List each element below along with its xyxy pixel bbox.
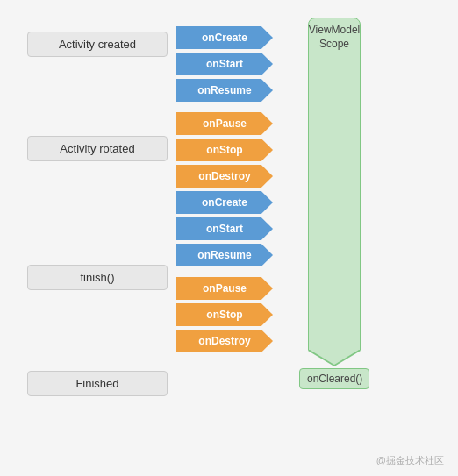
left-labels: Activity created Activity rotated finish… xyxy=(27,18,168,396)
arrow-ondestroy2: onDestroy xyxy=(176,330,273,352)
arrow-onresume1: onResume xyxy=(176,79,273,102)
oncleared-btn: onCleared() xyxy=(299,368,369,389)
diagram-container: Activity created Activity rotated finish… xyxy=(0,0,458,476)
finished-label: Finished xyxy=(27,371,168,396)
arrow-ondestroy1: onDestroy xyxy=(176,165,273,188)
arrow-onstart1: onStart xyxy=(176,53,273,75)
viewmodel-col: ViewModelScope onCleared() xyxy=(299,18,369,389)
viewmodel-arrow-tip xyxy=(308,351,361,366)
viewmodel-label: ViewModelScope xyxy=(305,18,363,54)
arrow-onpause2: onPause xyxy=(176,277,273,300)
arrow-onstop1: onStop xyxy=(176,139,273,161)
arrow-oncreate1: onCreate xyxy=(176,26,273,49)
viewmodel-bar: ViewModelScope xyxy=(308,18,361,351)
watermark: @掘金技术社区 xyxy=(376,454,444,467)
arrow-onresume2: onResume xyxy=(176,244,273,266)
arrow-oncreate2: onCreate xyxy=(176,191,273,214)
arrow-onstop2: onStop xyxy=(176,303,273,326)
activity-rotated-label: Activity rotated xyxy=(27,136,168,161)
finish-label: finish() xyxy=(27,265,168,290)
arrow-onstart2: onStart xyxy=(176,217,273,240)
arrow-onpause1: onPause xyxy=(176,112,273,135)
main-layout: Activity created Activity rotated finish… xyxy=(27,18,431,396)
activity-created-label: Activity created xyxy=(27,32,168,57)
arrows-col: onCreate onStart onResume onPause onStop… xyxy=(176,18,290,356)
